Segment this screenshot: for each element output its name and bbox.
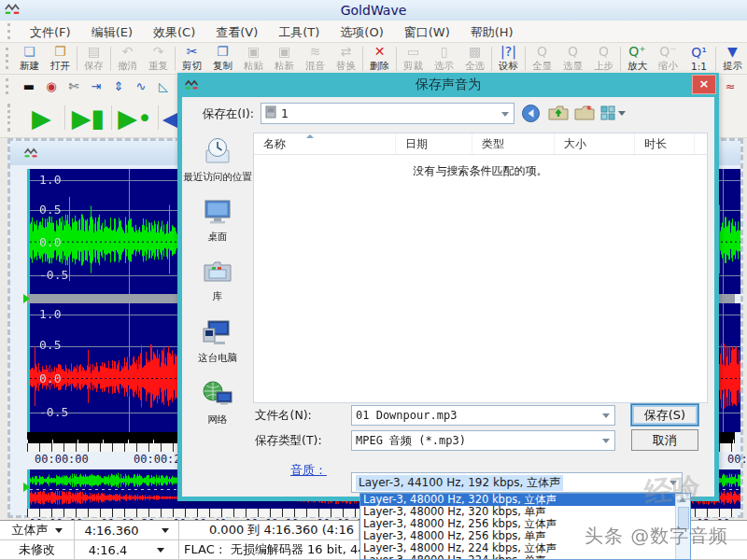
channel-mode-selector[interactable]: 立体声 — [0, 521, 75, 539]
level-marker-button[interactable]: ▬ — [18, 77, 40, 96]
column-header-1[interactable]: 日期 — [396, 133, 472, 154]
waveform-view-button[interactable]: ∿ — [130, 77, 152, 96]
save-button[interactable]: ▤保存 — [78, 44, 109, 74]
mix-button[interactable]: ≋混音 — [300, 44, 331, 74]
toolbar-separator — [715, 47, 716, 71]
replace-button[interactable]: ⇄替换 — [331, 44, 361, 74]
zoom-1-1-button[interactable]: Q¹1:1 — [684, 44, 714, 74]
menu-item-2[interactable]: 效果(C) — [143, 23, 205, 41]
combo-arrow-icon — [602, 413, 610, 418]
select-all-button[interactable]: ▩全选 — [459, 44, 490, 74]
delete-button[interactable]: ✕删除 — [364, 44, 395, 74]
wave-edge-button[interactable]: ≈ — [719, 77, 741, 96]
quality-option-5[interactable]: Layer-3, 48000 Hz, 224 kbps, 单声 — [360, 554, 678, 560]
dropdown-arrow-icon — [162, 528, 169, 533]
quality-link[interactable]: 音质： — [290, 462, 327, 479]
redo-button[interactable]: ↷重复 — [143, 44, 174, 74]
angle-tool-button[interactable]: ◺ — [152, 77, 175, 96]
set-marker-label: 设标 — [499, 60, 518, 73]
column-header-2[interactable]: 类型 — [472, 133, 555, 154]
place-item-libraries[interactable]: 库 — [182, 258, 253, 303]
drive-icon — [265, 105, 276, 121]
cancel-button[interactable]: 取消 — [631, 429, 698, 451]
place-item-recent-places[interactable]: 最近访问的位置 — [182, 136, 253, 184]
file-list-empty-message: 没有与搜索条件匹配的项。 — [254, 163, 707, 179]
menu-item-4[interactable]: 工具(T) — [268, 23, 330, 41]
watermark-stamp: 经验 — [642, 469, 702, 512]
paste-button[interactable]: ▣粘贴 — [238, 44, 269, 74]
column-header-4[interactable]: 时长 — [635, 133, 695, 154]
up-one-level-button[interactable] — [548, 104, 569, 125]
toolbar-separator — [396, 47, 397, 71]
undo-button[interactable]: ↶撤消 — [112, 44, 143, 74]
show-all-button[interactable]: Q全显 — [527, 44, 557, 74]
toolbar2-grip — [6, 78, 12, 95]
expand-vertical-button[interactable]: ⇕ — [107, 77, 130, 96]
open-button[interactable]: ❐打开 — [45, 44, 76, 74]
combo-arrow-icon — [602, 439, 610, 443]
desktop-label: 桌面 — [208, 231, 228, 244]
redo-icon: ↷ — [153, 45, 164, 60]
hint-icon: ▼ — [727, 45, 738, 60]
show-selection-button[interactable]: Q选显 — [557, 44, 588, 74]
quality-combobox[interactable]: Layer-3, 44100 Hz, 192 kbps, 立体声 — [351, 472, 683, 493]
menu-item-7[interactable]: 帮助(H) — [460, 23, 524, 41]
menu-item-5[interactable]: 选项(O) — [330, 23, 393, 41]
time-label: 00:02:20 — [727, 453, 747, 466]
cut-button[interactable]: ✂剪切 — [176, 44, 207, 74]
place-item-this-pc[interactable]: 这台电脑 — [182, 317, 253, 365]
menu-item-1[interactable]: 编辑(E) — [81, 23, 143, 41]
paste-label: 粘贴 — [244, 60, 263, 73]
play-selection-button[interactable]: ▶• — [113, 101, 157, 135]
place-item-network[interactable]: 网络 — [182, 379, 253, 427]
copy-button[interactable]: ❐复制 — [207, 44, 238, 74]
new-file-icon: ❏ — [23, 45, 35, 60]
set-marker-button[interactable]: |?|设标 — [493, 44, 524, 74]
save-in-combobox[interactable]: 1 — [261, 103, 514, 124]
back-button[interactable] — [521, 104, 541, 126]
trim-button[interactable]: ▭剪裁 — [398, 44, 429, 74]
place-item-desktop[interactable]: 桌面 — [182, 198, 253, 244]
file-name-combobox[interactable]: 01 Downpour.mp3 — [351, 405, 615, 426]
play-button[interactable]: ▶ — [20, 101, 63, 135]
menu-item-6[interactable]: 窗口(W) — [394, 23, 460, 41]
column-header-3[interactable]: 大小 — [555, 133, 635, 154]
amplitude-label: -0.5 — [39, 268, 68, 282]
paste-new-button[interactable]: ▣粘新 — [269, 44, 300, 74]
save-type-combobox[interactable]: MPEG 音频 (*.mp3) — [351, 430, 615, 451]
menu-item-3[interactable]: 查看(V) — [205, 23, 268, 41]
svg-text:*: * — [586, 104, 592, 116]
save-button[interactable]: 保存(S) — [631, 404, 698, 426]
menu-item-0[interactable]: 文件(F) — [20, 23, 81, 41]
goldwave-screen: GoldWave 文件(F)编辑(E)效果(C)查看(V)工具(T)选项(O)窗… — [0, 0, 747, 560]
position-time-selector[interactable]: 4:16.360 — [75, 521, 179, 539]
previous-button[interactable]: Q上步 — [588, 44, 619, 74]
view-menu-button[interactable] — [600, 105, 627, 124]
cut-xy-button[interactable]: ✄ — [63, 77, 85, 96]
hint-button[interactable]: ▼提示 — [717, 44, 747, 74]
modified-status: 未修改 — [0, 540, 75, 559]
new-file-button[interactable]: ❏新建 — [14, 44, 45, 74]
mix-label: 混音 — [305, 60, 325, 73]
replace-icon: ⇄ — [341, 45, 352, 60]
toolbar-grip — [6, 48, 8, 69]
dialog-close-button[interactable]: × — [692, 75, 716, 94]
show-all-icon: Q — [537, 45, 547, 60]
show-all-label: 全显 — [532, 60, 552, 73]
dialog-titlebar[interactable]: 保存声音为 — [177, 73, 719, 97]
length-time-selector[interactable]: 4:16.4 — [75, 540, 179, 559]
zoom-out-button[interactable]: Q⁻缩小 — [653, 44, 684, 74]
column-header-0[interactable]: 名称 — [254, 133, 396, 154]
playback-marker-icon — [23, 294, 30, 303]
app-titlebar: GoldWave — [0, 0, 747, 21]
copy-label: 复制 — [213, 60, 233, 73]
zoom-in-button[interactable]: Q⁺放大 — [622, 44, 653, 74]
play-all-button[interactable]: ▶▮ — [66, 101, 110, 135]
device-control-button[interactable]: ◉ — [40, 77, 63, 96]
goto-marker-button[interactable]: ⇥ — [85, 77, 107, 96]
new-folder-button[interactable]: * — [574, 104, 595, 125]
toolbar-separator — [158, 105, 159, 130]
select-view-label: 选示 — [434, 60, 454, 73]
select-view-button[interactable]: ▯选示 — [429, 44, 459, 74]
file-list[interactable]: 名称日期类型大小时长 没有与搜索条件匹配的项。 — [253, 133, 708, 403]
